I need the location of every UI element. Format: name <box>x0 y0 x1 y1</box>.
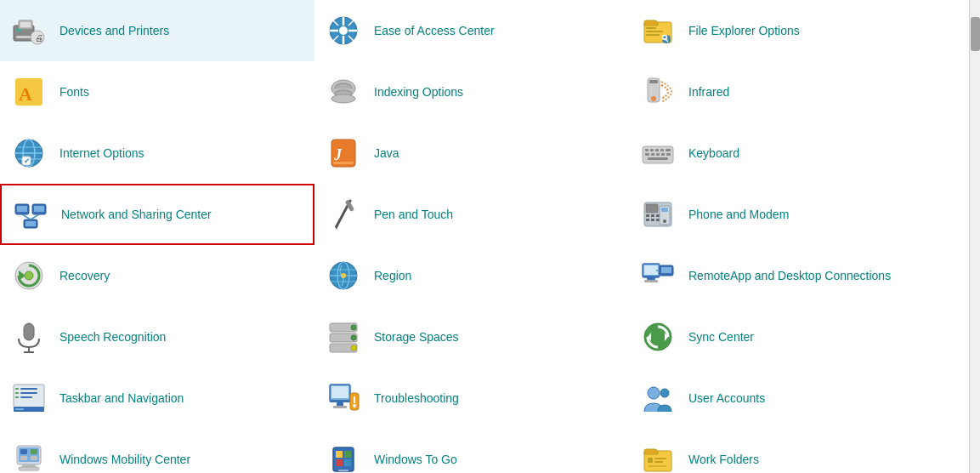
item-remoteapp[interactable]: RemoteApp and Desktop Connections <box>629 245 969 306</box>
svg-rect-112 <box>656 153 660 156</box>
item-windows-to-go[interactable]: Windows To Go <box>314 429 629 473</box>
network-sharing-icon <box>10 194 51 235</box>
infrared-label: Infrared <box>688 84 729 100</box>
svg-rect-4 <box>20 22 31 27</box>
svg-rect-46 <box>31 456 37 460</box>
svg-rect-129 <box>643 276 660 277</box>
item-internet-options[interactable]: ✔ Internet Options <box>0 123 314 184</box>
svg-rect-120 <box>656 214 660 217</box>
svg-rect-36 <box>15 388 19 390</box>
ease-of-access-icon <box>323 10 364 51</box>
item-file-explorer-options[interactable]: File Explorer Options <box>629 0 969 61</box>
user-accounts-icon <box>637 378 678 419</box>
item-speech-recognition[interactable]: Speech Recognition <box>0 306 314 368</box>
devices-printers-icon: 🖨 <box>8 10 49 51</box>
item-network-sharing[interactable]: Network and Sharing Center <box>0 184 314 245</box>
svg-rect-21 <box>25 221 36 226</box>
internet-options-icon: ✔ <box>8 133 49 174</box>
svg-rect-122 <box>651 219 654 221</box>
svg-point-79 <box>351 345 356 350</box>
svg-rect-82 <box>330 400 350 402</box>
svg-rect-123 <box>656 219 660 221</box>
item-region[interactable]: Region <box>314 245 629 306</box>
recovery-icon <box>8 255 49 296</box>
svg-rect-17 <box>17 206 27 212</box>
svg-line-23 <box>31 214 39 219</box>
scrollbar-thumb[interactable] <box>971 17 980 51</box>
sync-center-label: Sync Center <box>688 329 754 345</box>
item-fonts[interactable]: A Fonts <box>0 61 314 123</box>
svg-rect-44 <box>31 449 37 454</box>
item-ease-of-access[interactable]: Ease of Access Center <box>314 0 629 61</box>
windows-mobility-icon <box>8 439 49 473</box>
svg-rect-84 <box>333 406 347 408</box>
svg-rect-114 <box>666 153 671 156</box>
control-panel-grid: 🖨 Devices and Printers A Fonts <box>0 0 980 473</box>
svg-rect-35 <box>20 396 32 398</box>
svg-point-48 <box>338 26 348 36</box>
item-indexing-options[interactable]: Indexing Options <box>314 61 629 123</box>
svg-rect-119 <box>651 214 654 217</box>
item-pen-touch[interactable]: Pen and Touch <box>314 184 629 245</box>
svg-point-139 <box>660 389 669 397</box>
svg-line-22 <box>22 214 31 219</box>
scrollbar[interactable] <box>969 0 980 473</box>
work-folders-label: Work Folders <box>688 452 759 467</box>
svg-rect-38 <box>15 396 19 398</box>
taskbar-navigation-label: Taskbar and Navigation <box>59 390 184 406</box>
item-keyboard[interactable]: Keyboard <box>629 123 969 184</box>
svg-rect-142 <box>654 458 666 459</box>
item-storage-spaces[interactable]: Storage Spaces <box>314 306 629 368</box>
svg-rect-117 <box>646 204 658 213</box>
svg-rect-91 <box>336 459 343 466</box>
svg-rect-33 <box>20 388 37 390</box>
svg-rect-90 <box>344 451 351 458</box>
svg-point-77 <box>351 325 356 330</box>
svg-point-138 <box>648 387 660 399</box>
sync-center-icon <box>637 316 678 357</box>
column-2: Ease of Access Center Indexing Options J <box>314 0 629 473</box>
item-devices-printers[interactable]: 🖨 Devices and Printers <box>0 0 314 61</box>
svg-rect-2 <box>16 36 31 38</box>
item-windows-mobility[interactable]: Windows Mobility Center <box>0 429 314 473</box>
svg-rect-19 <box>34 206 44 212</box>
svg-rect-118 <box>646 214 649 217</box>
storage-spaces-icon <box>323 316 364 357</box>
svg-rect-107 <box>655 149 659 151</box>
item-troubleshooting[interactable]: Troubleshooting <box>314 368 629 429</box>
svg-rect-133 <box>661 267 671 273</box>
svg-rect-42 <box>19 467 39 470</box>
svg-rect-121 <box>646 219 649 221</box>
svg-rect-131 <box>644 280 658 282</box>
svg-rect-92 <box>344 459 351 466</box>
indexing-options-icon <box>323 71 364 112</box>
ease-of-access-label: Ease of Access Center <box>374 23 495 38</box>
item-phone-modem[interactable]: Phone and Modem <box>629 184 969 245</box>
svg-rect-128 <box>644 265 658 275</box>
svg-rect-93 <box>338 470 348 471</box>
svg-rect-109 <box>666 149 671 151</box>
svg-rect-125 <box>661 208 668 212</box>
file-explorer-options-icon <box>637 10 678 51</box>
keyboard-label: Keyboard <box>688 145 739 161</box>
item-taskbar-navigation[interactable]: Taskbar and Navigation <box>0 368 314 429</box>
fonts-label: Fonts <box>59 84 89 100</box>
item-java[interactable]: J Java <box>314 123 629 184</box>
taskbar-navigation-icon <box>8 378 49 419</box>
item-infrared[interactable]: Infrared <box>629 61 969 123</box>
svg-rect-32 <box>15 408 24 410</box>
svg-rect-83 <box>337 402 343 406</box>
windows-to-go-label: Windows To Go <box>374 452 457 467</box>
item-work-folders[interactable]: Work Folders <box>629 429 969 473</box>
svg-rect-106 <box>650 149 654 151</box>
svg-rect-130 <box>647 277 655 280</box>
item-sync-center[interactable]: Sync Center <box>629 306 969 368</box>
item-recovery[interactable]: Recovery <box>0 245 314 306</box>
speech-recognition-label: Speech Recognition <box>59 329 166 345</box>
svg-rect-34 <box>20 392 37 394</box>
item-user-accounts[interactable]: User Accounts <box>629 368 969 429</box>
svg-rect-96 <box>646 31 663 32</box>
work-folders-icon <box>637 439 678 473</box>
user-accounts-label: User Accounts <box>688 390 765 406</box>
keyboard-icon <box>637 133 678 174</box>
